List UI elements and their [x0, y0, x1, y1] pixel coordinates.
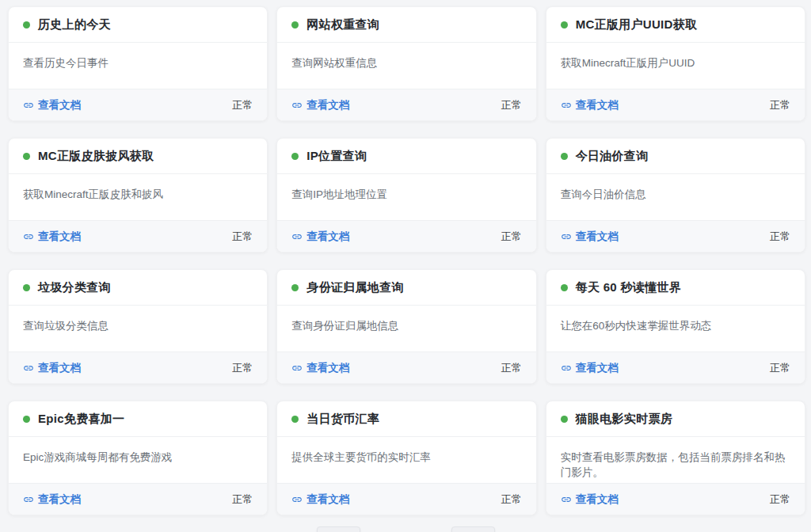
view-docs-link[interactable]: 查看文档	[291, 492, 349, 507]
view-docs-link[interactable]: 查看文档	[561, 361, 619, 375]
card-title: MC正版用户UUID获取	[576, 17, 698, 32]
view-docs-link[interactable]: 查看文档	[291, 361, 349, 375]
card-description: 获取Minecraft正版用户UUID	[546, 43, 805, 89]
card-title: 猫眼电影实时票房	[576, 412, 672, 427]
view-docs-link[interactable]: 查看文档	[561, 98, 619, 112]
status-label: 正常	[770, 361, 790, 375]
view-docs-label: 查看文档	[38, 361, 81, 375]
api-card: MC正版用户UUID获取 获取Minecraft正版用户UUID 查看文档 正常	[546, 6, 805, 121]
card-footer: 查看文档 正常	[546, 220, 805, 252]
status-dot-icon	[23, 21, 30, 28]
status-label: 正常	[232, 361, 253, 375]
view-docs-label: 查看文档	[307, 492, 349, 507]
status-dot-icon	[291, 416, 299, 423]
view-docs-label: 查看文档	[38, 230, 81, 244]
status-dot-icon	[291, 21, 299, 28]
card-title: 历史上的今天	[38, 17, 111, 32]
card-header: MC正版皮肤披风获取	[9, 139, 267, 174]
card-header: 猫眼电影实时票房	[546, 401, 805, 437]
status-dot-icon	[291, 153, 299, 160]
card-header: 身份证归属地查询	[277, 270, 535, 306]
status-dot-icon	[561, 416, 568, 423]
card-header: MC正版用户UUID获取	[546, 7, 805, 43]
api-card: IP位置查询 查询IP地址地理位置 查看文档 正常	[276, 138, 536, 253]
card-header: 当日货币汇率	[277, 401, 535, 437]
api-card: 今日油价查询 查询今日油价信息 查看文档 正常	[546, 138, 805, 253]
link-icon	[291, 494, 303, 505]
status-dot-icon	[23, 416, 30, 423]
pagination-button-prev[interactable]	[317, 526, 360, 532]
api-card-grid: 历史上的今天 查看历史今日事件 查看文档 正常 网站权重查询 查询网站权重信息	[0, 0, 811, 515]
api-card: MC正版皮肤披风获取 获取Minecraft正版皮肤和披风 查看文档 正常	[8, 138, 268, 253]
card-footer: 查看文档 正常	[9, 220, 267, 252]
api-card: 每天 60 秒读懂世界 让您在60秒内快速掌握世界动态 查看文档 正常	[546, 269, 805, 384]
card-description: 查询身份证归属地信息	[277, 306, 535, 352]
card-title: 当日货币汇率	[307, 412, 379, 427]
card-footer: 查看文档 正常	[9, 89, 267, 120]
card-header: 网站权重查询	[277, 7, 535, 43]
status-dot-icon	[23, 153, 30, 160]
card-footer: 查看文档 正常	[546, 89, 805, 120]
card-footer: 查看文档 正常	[546, 483, 805, 515]
card-description: 获取Minecraft正版皮肤和披风	[9, 174, 267, 220]
card-header: 历史上的今天	[9, 7, 267, 43]
pagination-button-next[interactable]	[451, 526, 495, 532]
link-icon	[23, 231, 34, 242]
pagination	[0, 525, 811, 532]
card-title: IP位置查询	[307, 149, 367, 164]
link-icon	[561, 363, 572, 374]
card-title: 网站权重查询	[307, 17, 379, 32]
card-title: 今日油价查询	[576, 149, 649, 164]
status-label: 正常	[501, 492, 522, 507]
status-dot-icon	[561, 153, 568, 160]
card-title: 垃圾分类查询	[38, 280, 111, 295]
card-header: 每天 60 秒读懂世界	[546, 270, 805, 306]
status-label: 正常	[501, 361, 522, 375]
status-label: 正常	[501, 98, 522, 112]
card-description: 查询垃圾分类信息	[9, 306, 267, 352]
card-description: 查询今日油价信息	[546, 174, 805, 220]
status-dot-icon	[561, 284, 568, 291]
card-title: MC正版皮肤披风获取	[38, 149, 154, 164]
link-icon	[23, 494, 34, 505]
view-docs-label: 查看文档	[38, 98, 81, 112]
link-icon	[561, 100, 572, 111]
view-docs-label: 查看文档	[576, 98, 619, 112]
api-card: 历史上的今天 查看历史今日事件 查看文档 正常	[8, 6, 268, 121]
view-docs-link[interactable]: 查看文档	[291, 230, 349, 244]
card-footer: 查看文档 正常	[9, 352, 267, 383]
view-docs-link[interactable]: 查看文档	[23, 361, 81, 375]
api-card: 猫眼电影实时票房 实时查看电影票房数据，包括当前票房排名和热门影片。 查看文档 …	[546, 401, 805, 515]
view-docs-label: 查看文档	[307, 230, 349, 244]
api-card: 网站权重查询 查询网站权重信息 查看文档 正常	[276, 6, 536, 121]
link-icon	[23, 363, 34, 374]
card-description: 查询网站权重信息	[277, 43, 535, 89]
link-icon	[561, 494, 572, 505]
view-docs-link[interactable]: 查看文档	[23, 98, 81, 112]
view-docs-label: 查看文档	[38, 492, 81, 507]
card-description: Epic游戏商城每周都有免费游戏	[9, 437, 267, 483]
view-docs-label: 查看文档	[576, 492, 619, 507]
view-docs-label: 查看文档	[307, 98, 349, 112]
card-footer: 查看文档 正常	[277, 89, 535, 120]
view-docs-link[interactable]: 查看文档	[23, 230, 81, 244]
view-docs-link[interactable]: 查看文档	[23, 492, 81, 507]
view-docs-link[interactable]: 查看文档	[561, 492, 619, 507]
view-docs-label: 查看文档	[307, 361, 349, 375]
link-icon	[561, 231, 572, 242]
api-card: 当日货币汇率 提供全球主要货币的实时汇率 查看文档 正常	[276, 401, 536, 515]
card-header: 今日油价查询	[546, 139, 805, 174]
card-header: IP位置查询	[277, 139, 535, 174]
card-description: 提供全球主要货币的实时汇率	[277, 437, 535, 483]
status-label: 正常	[770, 492, 790, 507]
view-docs-label: 查看文档	[576, 361, 619, 375]
status-label: 正常	[232, 492, 253, 507]
view-docs-label: 查看文档	[576, 230, 619, 244]
card-header: Epic免费喜加一	[9, 401, 267, 437]
link-icon	[23, 100, 34, 111]
link-icon	[291, 231, 303, 242]
card-description: 实时查看电影票房数据，包括当前票房排名和热门影片。	[546, 437, 805, 483]
view-docs-link[interactable]: 查看文档	[561, 230, 619, 244]
link-icon	[291, 100, 303, 111]
view-docs-link[interactable]: 查看文档	[291, 98, 349, 112]
